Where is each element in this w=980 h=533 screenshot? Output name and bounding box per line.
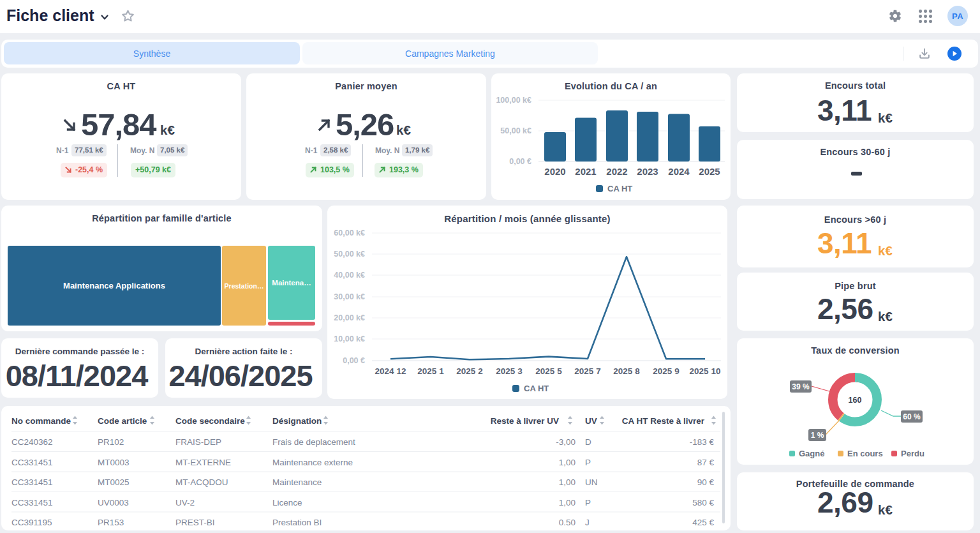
svg-text:Maintenance: Maintenance bbox=[272, 477, 322, 487]
svg-text:PREST-BI: PREST-BI bbox=[175, 518, 215, 527]
svg-text:CC240362: CC240362 bbox=[11, 437, 53, 447]
svg-text:90 €: 90 € bbox=[697, 477, 715, 487]
svg-text:2021: 2021 bbox=[575, 166, 596, 177]
svg-text:50,00 k€: 50,00 k€ bbox=[500, 126, 531, 135]
svg-text:2025 5: 2025 5 bbox=[535, 366, 562, 376]
svg-text:Perdu: Perdu bbox=[901, 449, 924, 458]
svg-text:2025 7: 2025 7 bbox=[574, 366, 600, 376]
svg-text:PR102: PR102 bbox=[98, 437, 124, 447]
svg-text:Licence: Licence bbox=[272, 498, 302, 507]
svg-text:P: P bbox=[585, 458, 591, 467]
svg-text:2022: 2022 bbox=[606, 166, 627, 177]
svg-text:0,00 €: 0,00 € bbox=[343, 356, 365, 365]
svg-text:Désignation: Désignation bbox=[272, 416, 322, 426]
svg-text:0.50: 0.50 bbox=[559, 518, 575, 527]
svg-text:Frais de deplacement: Frais de deplacement bbox=[272, 437, 355, 447]
svg-text:CC331451: CC331451 bbox=[11, 458, 53, 467]
svg-text:Gagné: Gagné bbox=[799, 449, 824, 458]
svg-text:2025 9: 2025 9 bbox=[653, 366, 679, 376]
svg-text:PR153: PR153 bbox=[98, 518, 124, 527]
svg-text:50,00 k€: 50,00 k€ bbox=[334, 250, 365, 259]
svg-text:2025 1: 2025 1 bbox=[417, 366, 444, 376]
svg-text:2024 12: 2024 12 bbox=[375, 366, 406, 376]
svg-text:-183 €: -183 € bbox=[690, 437, 715, 447]
svg-text:CA HT Reste à livrer: CA HT Reste à livrer bbox=[622, 416, 705, 426]
svg-text:2025 10: 2025 10 bbox=[690, 366, 721, 376]
svg-text:2025: 2025 bbox=[699, 166, 720, 177]
svg-text:Prestation BI: Prestation BI bbox=[272, 518, 322, 527]
svg-text:2025 8: 2025 8 bbox=[613, 366, 640, 376]
svg-text:CC331451: CC331451 bbox=[11, 498, 53, 507]
svg-text:87 €: 87 € bbox=[697, 458, 715, 467]
svg-text:J: J bbox=[585, 518, 590, 527]
svg-text:No commande: No commande bbox=[11, 416, 71, 426]
svg-text:P: P bbox=[585, 498, 591, 507]
svg-text:MT-EXTERNE: MT-EXTERNE bbox=[175, 458, 231, 467]
svg-text:2024: 2024 bbox=[668, 166, 690, 177]
svg-text:2025 3: 2025 3 bbox=[496, 366, 523, 376]
svg-text:MT0025: MT0025 bbox=[98, 477, 130, 487]
svg-text:30,00 k€: 30,00 k€ bbox=[334, 292, 365, 301]
svg-text:39 %: 39 % bbox=[792, 382, 810, 391]
svg-text:FRAIS-DEP: FRAIS-DEP bbox=[175, 437, 221, 447]
svg-text:En cours: En cours bbox=[847, 449, 883, 458]
svg-text:60,00 k€: 60,00 k€ bbox=[334, 229, 365, 237]
svg-text:580 €: 580 € bbox=[692, 498, 714, 507]
svg-text:CC391195: CC391195 bbox=[11, 518, 52, 527]
svg-text:Code secondaire: Code secondaire bbox=[175, 416, 245, 426]
svg-text:Reste à livrer UV: Reste à livrer UV bbox=[491, 416, 559, 426]
svg-text:10,00 k€: 10,00 k€ bbox=[334, 334, 365, 343]
svg-text:2023: 2023 bbox=[637, 166, 658, 177]
svg-text:0,00 €: 0,00 € bbox=[509, 157, 531, 166]
svg-text:40,00 k€: 40,00 k€ bbox=[334, 271, 365, 280]
svg-text:1,00: 1,00 bbox=[559, 498, 575, 507]
svg-text:20,00 k€: 20,00 k€ bbox=[334, 313, 365, 322]
svg-text:CA HT: CA HT bbox=[524, 384, 549, 393]
svg-text:CA HT: CA HT bbox=[607, 184, 632, 193]
svg-text:D: D bbox=[585, 437, 591, 447]
svg-text:UV0003: UV0003 bbox=[98, 498, 129, 507]
svg-text:Maintenance externe: Maintenance externe bbox=[272, 458, 353, 467]
svg-text:UV-2: UV-2 bbox=[175, 498, 195, 507]
svg-text:1 %: 1 % bbox=[811, 431, 824, 440]
svg-text:MT-ACQDOU: MT-ACQDOU bbox=[175, 477, 228, 487]
svg-text:425 €: 425 € bbox=[692, 518, 714, 527]
svg-text:MT0003: MT0003 bbox=[98, 458, 130, 467]
svg-text:1,00: 1,00 bbox=[559, 477, 575, 487]
svg-text:100,00 k€: 100,00 k€ bbox=[496, 96, 531, 105]
svg-text:2020: 2020 bbox=[544, 166, 565, 177]
svg-text:-3,00: -3,00 bbox=[556, 437, 575, 447]
svg-text:60 %: 60 % bbox=[903, 412, 921, 421]
svg-text:CC331451: CC331451 bbox=[11, 477, 53, 487]
svg-text:160: 160 bbox=[849, 396, 862, 405]
svg-text:1,00: 1,00 bbox=[559, 458, 575, 467]
svg-text:Code article: Code article bbox=[98, 416, 147, 426]
svg-text:2025 2: 2025 2 bbox=[456, 366, 482, 376]
svg-text:UN: UN bbox=[585, 477, 598, 487]
svg-text:UV: UV bbox=[585, 416, 597, 426]
